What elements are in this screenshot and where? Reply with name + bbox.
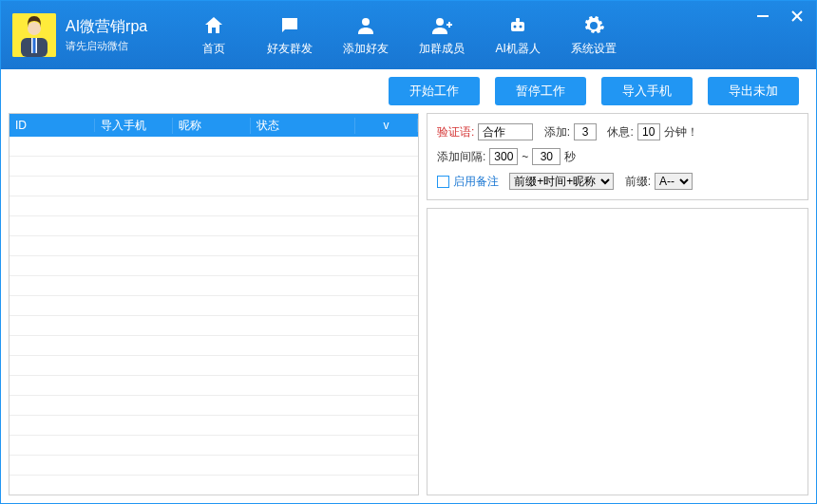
app-identity: AI微营销rpa 请先启动微信 — [1, 13, 147, 57]
col-nick[interactable]: 昵称 — [173, 118, 251, 134]
svg-rect-4 — [33, 38, 36, 53]
table-row — [10, 336, 418, 356]
nav-add-group-member[interactable]: 加群成员 — [404, 1, 480, 69]
minimize-icon — [756, 9, 770, 23]
svg-point-1 — [28, 22, 41, 35]
svg-point-6 — [436, 18, 444, 26]
nav-home[interactable]: 首页 — [176, 1, 252, 69]
app-title: AI微营销rpa — [66, 17, 147, 36]
add-label: 添加: — [544, 121, 570, 142]
table-row — [10, 316, 418, 336]
config-panel: 验证语: 添加: 休息: 分钟！ 添加间隔: ~ 秒 启用备注 — [427, 113, 808, 200]
interval-sep: ~ — [522, 146, 528, 167]
minimize-button[interactable] — [753, 7, 772, 26]
verify-input[interactable] — [478, 123, 533, 140]
title-bar: AI微营销rpa 请先启动微信 首页 好友群发 添加好友 加群成员 AI机器人 … — [1, 1, 816, 69]
interval-to-input[interactable] — [532, 148, 560, 165]
svg-point-9 — [514, 25, 517, 28]
prefix-select[interactable]: A-- — [655, 173, 693, 190]
enable-remark-label: 启用备注 — [453, 171, 499, 192]
right-panel: 验证语: 添加: 休息: 分钟！ 添加间隔: ~ 秒 启用备注 — [427, 113, 808, 495]
table-row — [10, 416, 418, 436]
table-body[interactable] — [10, 137, 418, 495]
app-subtitle: 请先启动微信 — [66, 38, 147, 53]
close-icon — [790, 9, 804, 23]
action-bar: 开始工作 暂停工作 导入手机 导出未加 — [1, 69, 816, 113]
svg-point-5 — [362, 18, 370, 26]
nav-label: 加群成员 — [419, 41, 465, 57]
table-row — [10, 436, 418, 456]
log-output[interactable] — [427, 208, 808, 495]
nav-ai-bot[interactable]: AI机器人 — [480, 1, 556, 69]
table-row — [10, 137, 418, 157]
interval-from-input[interactable] — [489, 148, 518, 165]
col-phone[interactable]: 导入手机 — [95, 118, 173, 134]
main-area: ID 导入手机 昵称 状态 v — [1, 113, 816, 503]
rest-suffix: 分钟！ — [664, 121, 698, 142]
col-id[interactable]: ID — [10, 119, 95, 132]
home-icon — [202, 14, 225, 37]
col-status[interactable]: 状态 — [251, 118, 355, 134]
import-phone-button[interactable]: 导入手机 — [601, 77, 693, 105]
col-v[interactable]: v — [355, 119, 418, 132]
svg-point-10 — [520, 25, 522, 28]
export-unadded-button[interactable]: 导出未加 — [708, 77, 799, 105]
table-row — [10, 177, 418, 196]
remark-mode-select[interactable]: 前缀+时间+昵称 — [509, 173, 614, 190]
table-row — [10, 276, 418, 296]
rest-minutes-input[interactable] — [637, 123, 660, 140]
add-count-input[interactable] — [574, 123, 597, 140]
pause-button[interactable]: 暂停工作 — [495, 77, 586, 105]
nav-add-friend[interactable]: 添加好友 — [328, 1, 404, 69]
table-row — [10, 196, 418, 216]
start-button[interactable]: 开始工作 — [389, 77, 480, 105]
person-icon — [354, 14, 377, 37]
table-header: ID 导入手机 昵称 状态 v — [10, 114, 418, 137]
table-row — [10, 157, 418, 177]
close-button[interactable] — [788, 7, 807, 26]
robot-icon — [506, 14, 529, 37]
svg-rect-8 — [516, 18, 520, 22]
table-row — [10, 236, 418, 256]
table-row — [10, 376, 418, 396]
svg-rect-7 — [511, 22, 524, 31]
nav-label: 添加好友 — [343, 41, 389, 57]
rest-label: 休息: — [607, 121, 633, 142]
person-add-icon — [430, 14, 453, 37]
chat-icon — [278, 14, 301, 37]
table-row — [10, 296, 418, 316]
nav-settings[interactable]: 系统设置 — [556, 1, 632, 69]
window-controls — [753, 7, 807, 26]
data-table: ID 导入手机 昵称 状态 v — [9, 113, 419, 495]
table-row — [10, 456, 418, 476]
prefix-label: 前缀: — [625, 171, 651, 192]
nav-label: 首页 — [202, 41, 225, 57]
gear-icon — [582, 14, 605, 37]
verify-label: 验证语: — [437, 121, 474, 142]
table-row — [10, 256, 418, 276]
table-row — [10, 216, 418, 236]
nav-bar: 首页 好友群发 添加好友 加群成员 AI机器人 系统设置 — [176, 1, 632, 69]
nav-label: AI机器人 — [496, 41, 541, 57]
table-row — [10, 396, 418, 416]
interval-label: 添加间隔: — [437, 146, 485, 167]
nav-label: 好友群发 — [267, 41, 313, 57]
table-row — [10, 356, 418, 376]
interval-suffix: 秒 — [564, 146, 576, 167]
enable-remark-checkbox[interactable] — [437, 176, 449, 188]
nav-group-send[interactable]: 好友群发 — [252, 1, 328, 69]
avatar — [12, 13, 56, 57]
nav-label: 系统设置 — [571, 41, 617, 57]
